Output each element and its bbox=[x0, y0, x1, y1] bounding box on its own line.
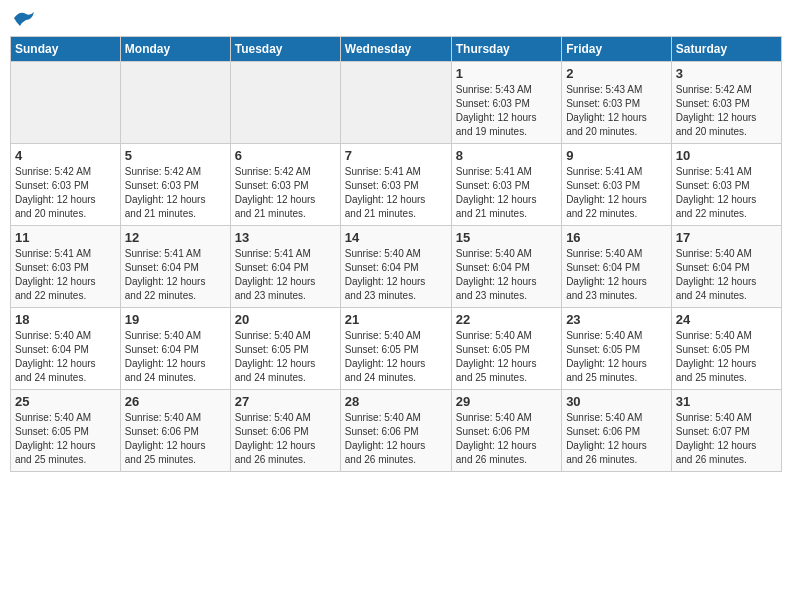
calendar-cell: 19Sunrise: 5:40 AM Sunset: 6:04 PM Dayli… bbox=[120, 308, 230, 390]
calendar-cell: 1Sunrise: 5:43 AM Sunset: 6:03 PM Daylig… bbox=[451, 62, 561, 144]
calendar-cell: 18Sunrise: 5:40 AM Sunset: 6:04 PM Dayli… bbox=[11, 308, 121, 390]
calendar-cell: 4Sunrise: 5:42 AM Sunset: 6:03 PM Daylig… bbox=[11, 144, 121, 226]
calendar-cell: 2Sunrise: 5:43 AM Sunset: 6:03 PM Daylig… bbox=[562, 62, 672, 144]
day-info: Sunrise: 5:40 AM Sunset: 6:04 PM Dayligh… bbox=[125, 329, 226, 385]
calendar-table: SundayMondayTuesdayWednesdayThursdayFrid… bbox=[10, 36, 782, 472]
calendar-cell bbox=[120, 62, 230, 144]
calendar-week-1: 1Sunrise: 5:43 AM Sunset: 6:03 PM Daylig… bbox=[11, 62, 782, 144]
day-info: Sunrise: 5:40 AM Sunset: 6:04 PM Dayligh… bbox=[15, 329, 116, 385]
calendar-cell: 20Sunrise: 5:40 AM Sunset: 6:05 PM Dayli… bbox=[230, 308, 340, 390]
calendar-cell: 30Sunrise: 5:40 AM Sunset: 6:06 PM Dayli… bbox=[562, 390, 672, 472]
calendar-cell: 27Sunrise: 5:40 AM Sunset: 6:06 PM Dayli… bbox=[230, 390, 340, 472]
day-number: 31 bbox=[676, 394, 777, 409]
day-number: 16 bbox=[566, 230, 667, 245]
day-number: 1 bbox=[456, 66, 557, 81]
calendar-cell: 6Sunrise: 5:42 AM Sunset: 6:03 PM Daylig… bbox=[230, 144, 340, 226]
day-number: 12 bbox=[125, 230, 226, 245]
calendar-cell: 22Sunrise: 5:40 AM Sunset: 6:05 PM Dayli… bbox=[451, 308, 561, 390]
day-number: 5 bbox=[125, 148, 226, 163]
day-info: Sunrise: 5:40 AM Sunset: 6:05 PM Dayligh… bbox=[676, 329, 777, 385]
calendar-week-2: 4Sunrise: 5:42 AM Sunset: 6:03 PM Daylig… bbox=[11, 144, 782, 226]
logo-bird-icon bbox=[12, 10, 34, 26]
day-info: Sunrise: 5:41 AM Sunset: 6:03 PM Dayligh… bbox=[676, 165, 777, 221]
day-number: 28 bbox=[345, 394, 447, 409]
day-info: Sunrise: 5:42 AM Sunset: 6:03 PM Dayligh… bbox=[125, 165, 226, 221]
calendar-cell: 5Sunrise: 5:42 AM Sunset: 6:03 PM Daylig… bbox=[120, 144, 230, 226]
calendar-cell: 14Sunrise: 5:40 AM Sunset: 6:04 PM Dayli… bbox=[340, 226, 451, 308]
day-info: Sunrise: 5:42 AM Sunset: 6:03 PM Dayligh… bbox=[15, 165, 116, 221]
calendar-cell: 28Sunrise: 5:40 AM Sunset: 6:06 PM Dayli… bbox=[340, 390, 451, 472]
day-number: 19 bbox=[125, 312, 226, 327]
day-info: Sunrise: 5:40 AM Sunset: 6:04 PM Dayligh… bbox=[456, 247, 557, 303]
weekday-header-friday: Friday bbox=[562, 37, 672, 62]
calendar-cell: 29Sunrise: 5:40 AM Sunset: 6:06 PM Dayli… bbox=[451, 390, 561, 472]
day-number: 23 bbox=[566, 312, 667, 327]
calendar-cell: 15Sunrise: 5:40 AM Sunset: 6:04 PM Dayli… bbox=[451, 226, 561, 308]
calendar-cell: 8Sunrise: 5:41 AM Sunset: 6:03 PM Daylig… bbox=[451, 144, 561, 226]
calendar-week-3: 11Sunrise: 5:41 AM Sunset: 6:03 PM Dayli… bbox=[11, 226, 782, 308]
day-number: 6 bbox=[235, 148, 336, 163]
day-info: Sunrise: 5:43 AM Sunset: 6:03 PM Dayligh… bbox=[456, 83, 557, 139]
day-info: Sunrise: 5:40 AM Sunset: 6:05 PM Dayligh… bbox=[345, 329, 447, 385]
calendar-cell: 17Sunrise: 5:40 AM Sunset: 6:04 PM Dayli… bbox=[671, 226, 781, 308]
weekday-header-saturday: Saturday bbox=[671, 37, 781, 62]
day-number: 29 bbox=[456, 394, 557, 409]
day-number: 24 bbox=[676, 312, 777, 327]
day-info: Sunrise: 5:40 AM Sunset: 6:05 PM Dayligh… bbox=[456, 329, 557, 385]
day-info: Sunrise: 5:40 AM Sunset: 6:04 PM Dayligh… bbox=[676, 247, 777, 303]
calendar-cell: 21Sunrise: 5:40 AM Sunset: 6:05 PM Dayli… bbox=[340, 308, 451, 390]
calendar-cell: 26Sunrise: 5:40 AM Sunset: 6:06 PM Dayli… bbox=[120, 390, 230, 472]
calendar-cell: 9Sunrise: 5:41 AM Sunset: 6:03 PM Daylig… bbox=[562, 144, 672, 226]
weekday-header-row: SundayMondayTuesdayWednesdayThursdayFrid… bbox=[11, 37, 782, 62]
day-info: Sunrise: 5:40 AM Sunset: 6:04 PM Dayligh… bbox=[566, 247, 667, 303]
day-info: Sunrise: 5:40 AM Sunset: 6:06 PM Dayligh… bbox=[456, 411, 557, 467]
calendar-cell: 11Sunrise: 5:41 AM Sunset: 6:03 PM Dayli… bbox=[11, 226, 121, 308]
calendar-cell: 25Sunrise: 5:40 AM Sunset: 6:05 PM Dayli… bbox=[11, 390, 121, 472]
day-info: Sunrise: 5:40 AM Sunset: 6:05 PM Dayligh… bbox=[15, 411, 116, 467]
header bbox=[10, 10, 782, 30]
day-number: 3 bbox=[676, 66, 777, 81]
day-number: 21 bbox=[345, 312, 447, 327]
calendar-cell: 31Sunrise: 5:40 AM Sunset: 6:07 PM Dayli… bbox=[671, 390, 781, 472]
day-info: Sunrise: 5:40 AM Sunset: 6:06 PM Dayligh… bbox=[235, 411, 336, 467]
calendar-cell bbox=[230, 62, 340, 144]
day-info: Sunrise: 5:41 AM Sunset: 6:03 PM Dayligh… bbox=[345, 165, 447, 221]
day-number: 13 bbox=[235, 230, 336, 245]
day-number: 7 bbox=[345, 148, 447, 163]
day-info: Sunrise: 5:40 AM Sunset: 6:04 PM Dayligh… bbox=[345, 247, 447, 303]
day-number: 15 bbox=[456, 230, 557, 245]
day-info: Sunrise: 5:41 AM Sunset: 6:03 PM Dayligh… bbox=[566, 165, 667, 221]
day-number: 14 bbox=[345, 230, 447, 245]
calendar-cell: 16Sunrise: 5:40 AM Sunset: 6:04 PM Dayli… bbox=[562, 226, 672, 308]
day-info: Sunrise: 5:43 AM Sunset: 6:03 PM Dayligh… bbox=[566, 83, 667, 139]
day-number: 4 bbox=[15, 148, 116, 163]
day-number: 27 bbox=[235, 394, 336, 409]
logo bbox=[10, 10, 34, 30]
day-info: Sunrise: 5:41 AM Sunset: 6:04 PM Dayligh… bbox=[125, 247, 226, 303]
day-number: 20 bbox=[235, 312, 336, 327]
calendar-cell: 12Sunrise: 5:41 AM Sunset: 6:04 PM Dayli… bbox=[120, 226, 230, 308]
weekday-header-monday: Monday bbox=[120, 37, 230, 62]
calendar-cell: 10Sunrise: 5:41 AM Sunset: 6:03 PM Dayli… bbox=[671, 144, 781, 226]
day-number: 2 bbox=[566, 66, 667, 81]
day-info: Sunrise: 5:40 AM Sunset: 6:06 PM Dayligh… bbox=[345, 411, 447, 467]
calendar-cell: 23Sunrise: 5:40 AM Sunset: 6:05 PM Dayli… bbox=[562, 308, 672, 390]
calendar-cell: 13Sunrise: 5:41 AM Sunset: 6:04 PM Dayli… bbox=[230, 226, 340, 308]
day-info: Sunrise: 5:40 AM Sunset: 6:05 PM Dayligh… bbox=[235, 329, 336, 385]
calendar-cell: 24Sunrise: 5:40 AM Sunset: 6:05 PM Dayli… bbox=[671, 308, 781, 390]
day-info: Sunrise: 5:40 AM Sunset: 6:07 PM Dayligh… bbox=[676, 411, 777, 467]
day-number: 10 bbox=[676, 148, 777, 163]
day-number: 30 bbox=[566, 394, 667, 409]
weekday-header-wednesday: Wednesday bbox=[340, 37, 451, 62]
day-info: Sunrise: 5:41 AM Sunset: 6:03 PM Dayligh… bbox=[15, 247, 116, 303]
day-number: 26 bbox=[125, 394, 226, 409]
calendar-cell: 3Sunrise: 5:42 AM Sunset: 6:03 PM Daylig… bbox=[671, 62, 781, 144]
day-number: 18 bbox=[15, 312, 116, 327]
weekday-header-sunday: Sunday bbox=[11, 37, 121, 62]
day-info: Sunrise: 5:40 AM Sunset: 6:06 PM Dayligh… bbox=[125, 411, 226, 467]
calendar-cell bbox=[11, 62, 121, 144]
weekday-header-thursday: Thursday bbox=[451, 37, 561, 62]
day-info: Sunrise: 5:40 AM Sunset: 6:06 PM Dayligh… bbox=[566, 411, 667, 467]
day-number: 25 bbox=[15, 394, 116, 409]
day-number: 8 bbox=[456, 148, 557, 163]
